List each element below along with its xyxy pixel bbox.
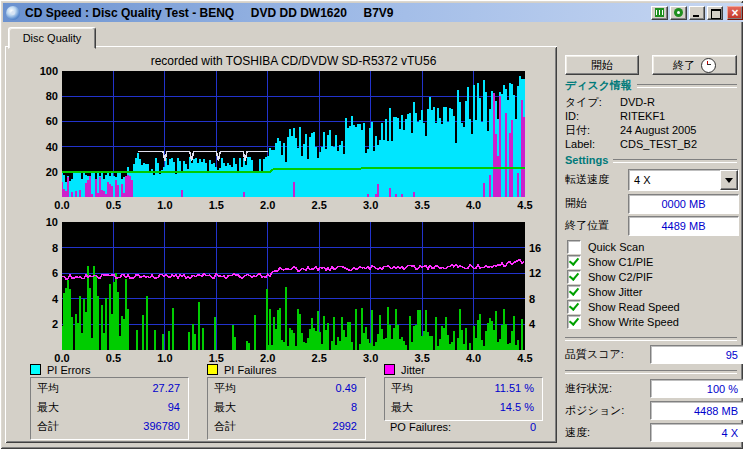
chevron-down-icon (725, 178, 733, 183)
axis-tick-label: 6 (26, 267, 58, 279)
pi-errors-chart (62, 71, 525, 197)
position-label: ポジション: (565, 404, 624, 417)
po-failures-value: 0 (530, 421, 536, 434)
disc-label-value: CDS_TEST_B2 (620, 138, 697, 151)
axis-tick-label: 12 (529, 267, 555, 279)
po-failures-row: PO Failures: 0 (390, 421, 536, 434)
end-position-field[interactable]: 4489 MB (628, 216, 739, 236)
axis-tick-label: 10 (26, 216, 58, 228)
quality-score-value: 95 (650, 345, 743, 364)
pi-failures-stats: 平均0.49 最大8 合計2992 (207, 377, 366, 440)
stat-row: 最大14.5 % (385, 399, 542, 418)
disc-label-label: Label: (565, 138, 595, 151)
show-write-speed-checkbox[interactable] (567, 315, 581, 329)
po-failures-label: PO Failures: (390, 421, 451, 434)
tab-label: Disc Quality (23, 32, 82, 44)
quick-scan-label: Quick Scan (588, 241, 644, 253)
jitter-swatch (384, 364, 395, 375)
start-button[interactable]: 開始 (565, 55, 639, 75)
stat-row: 平均0.49 (208, 380, 365, 399)
divider (613, 159, 737, 163)
jitter-chart (62, 222, 525, 350)
progress-label: 進行状況: (565, 382, 612, 395)
axis-tick-label: 0.5 (98, 352, 128, 364)
app-window: CD Speed : Disc Quality Test - BENQ DVD … (0, 0, 743, 449)
stat-row: 最大94 (31, 399, 188, 418)
start-position-field[interactable]: 0000 MB (628, 194, 739, 214)
quick-scan-checkbox[interactable] (567, 240, 581, 254)
axis-tick-label: 0.0 (47, 352, 77, 364)
show-read-speed-checkbox[interactable] (567, 300, 581, 314)
jitter-label: Jitter (401, 364, 425, 376)
checkbox-row: Show C2/PIF (567, 270, 653, 283)
disc-info-header: ディスク情報 (565, 79, 737, 92)
speed-value: 4 X (650, 423, 743, 442)
axis-tick-label: 0.5 (98, 199, 128, 211)
pi-errors-swatch (30, 364, 41, 375)
show-write-speed-label: Show Write Speed (588, 316, 679, 328)
show-read-speed-label: Show Read Speed (588, 301, 680, 313)
axis-tick-label: 4 (529, 318, 555, 330)
axis-tick-label: 16 (529, 242, 555, 254)
stat-row: 合計396780 (31, 418, 188, 437)
legend-jitter: Jitter (384, 364, 425, 375)
checkbox-row: Show Jitter (567, 285, 642, 298)
transfer-speed-select[interactable]: 4 X (628, 169, 739, 191)
divider (637, 84, 737, 88)
axis-tick-label: 3.5 (407, 199, 437, 211)
axis-tick-label: 4.0 (459, 199, 489, 211)
exit-button[interactable]: 終了 (652, 55, 737, 75)
pi-errors-stats: 平均27.27 最大94 合計396780 (30, 377, 189, 440)
axis-tick-label: 2 (26, 318, 58, 330)
quality-score-label: 品質スコア: (565, 348, 624, 361)
axis-tick-label: 1.0 (150, 199, 180, 211)
axis-tick-label: 2.0 (253, 352, 283, 364)
divider (565, 370, 737, 374)
transfer-speed-label: 転送速度 (565, 173, 609, 186)
axis-tick-label: 100 (26, 65, 58, 77)
show-c2-pif-label: Show C2/PIF (588, 271, 653, 283)
stat-row: 最大8 (208, 399, 365, 418)
axis-tick-label: 2.0 (253, 199, 283, 211)
disc-id-value: RITEKF1 (620, 110, 665, 123)
axis-tick-label: 1.0 (150, 352, 180, 364)
show-c2-pif-checkbox[interactable] (567, 270, 581, 284)
axis-tick-label: 4 (26, 293, 58, 305)
dropdown-arrow-button[interactable] (720, 170, 738, 190)
show-c1-pie-checkbox[interactable] (567, 255, 581, 269)
axis-tick-label: 1.5 (201, 199, 231, 211)
axis-tick-label: 40 (26, 141, 58, 153)
show-c1-pie-label: Show C1/PIE (588, 256, 653, 268)
disc-date-label: 日付: (565, 124, 590, 137)
show-jitter-checkbox[interactable] (567, 285, 581, 299)
legend-pi-errors: PI Errors (30, 364, 90, 375)
show-jitter-label: Show Jitter (588, 286, 642, 298)
clock-icon (701, 58, 716, 73)
stat-row: 平均11.51 % (385, 380, 542, 399)
axis-tick-label: 1.5 (201, 352, 231, 364)
settings-header: Settings (565, 154, 737, 167)
speed-label: 速度: (565, 426, 590, 439)
axis-tick-label: 20 (26, 166, 58, 178)
axis-tick-label: 3.0 (356, 199, 386, 211)
checkbox-row: Show Read Speed (567, 300, 680, 313)
axis-tick-label: 60 (26, 115, 58, 127)
disc-date-value: 24 August 2005 (620, 124, 696, 137)
axis-tick-label: 4.5 (510, 199, 540, 211)
stat-row: 平均27.27 (31, 380, 188, 399)
tab-disc-quality[interactable]: Disc Quality (8, 27, 96, 49)
disc-type-value: DVD-R (620, 96, 655, 109)
transfer-speed-value: 4 X (629, 170, 720, 190)
legend-pi-failures: PI Failures (207, 364, 277, 375)
pi-errors-label: PI Errors (47, 364, 90, 376)
disc-id-label: ID: (565, 110, 579, 123)
axis-tick-label: 0.0 (47, 199, 77, 211)
end-position-label: 終了位置 (565, 219, 609, 232)
axis-tick-label: 8 (529, 293, 555, 305)
progress-value: 100 % (650, 379, 743, 398)
axis-tick-label: 2.5 (304, 352, 334, 364)
chart-header: recorded with TOSHIBA CD/DVDW SD-R5372 v… (62, 54, 525, 68)
axis-tick-label: 4.5 (510, 352, 540, 364)
disc-type-label: タイプ: (565, 96, 602, 109)
pi-failures-label: PI Failures (224, 364, 277, 376)
